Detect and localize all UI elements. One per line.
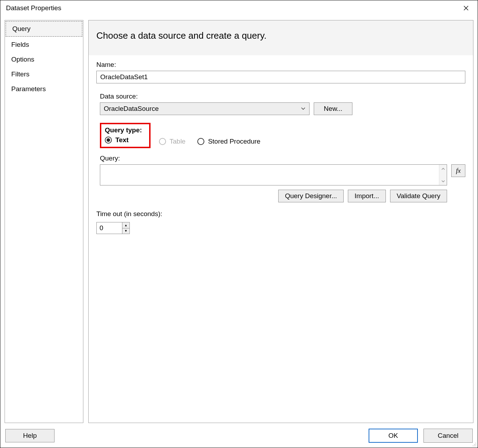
query-textarea[interactable]: [100, 165, 439, 185]
close-button[interactable]: [460, 2, 472, 14]
chevron-down-icon: [301, 106, 306, 112]
sidebar-item-label: Filters: [11, 70, 30, 78]
query-designer-button[interactable]: Query Designer...: [278, 190, 344, 202]
sidebar-item-label: Parameters: [11, 85, 46, 93]
validate-query-button[interactable]: Validate Query: [390, 190, 447, 202]
cancel-button[interactable]: Cancel: [423, 429, 473, 443]
scroll-up-icon[interactable]: [441, 166, 445, 171]
datasource-value: OracleDataSource: [104, 105, 159, 113]
spinner-down-button[interactable]: ▼: [122, 228, 129, 234]
radio-icon: [197, 138, 204, 145]
timeout-spinner[interactable]: ▲ ▼: [96, 222, 130, 234]
datasource-dropdown[interactable]: OracleDataSource: [100, 102, 310, 115]
name-label: Name:: [96, 61, 465, 69]
expression-fx-button[interactable]: fx: [451, 164, 465, 177]
resize-grip-icon[interactable]: [472, 442, 477, 447]
scroll-down-icon[interactable]: [441, 178, 445, 184]
radio-stored-procedure[interactable]: Stored Procedure: [197, 138, 260, 145]
sidebar-item-label: Options: [11, 56, 34, 63]
svg-point-7: [476, 446, 476, 446]
radio-icon: [105, 137, 112, 144]
sidebar: Query Fields Options Filters Parameters: [5, 20, 83, 423]
sidebar-item-options[interactable]: Options: [5, 52, 83, 67]
radio-label-text: Text: [115, 136, 129, 144]
sidebar-item-filters[interactable]: Filters: [5, 67, 83, 82]
help-button[interactable]: Help: [5, 429, 55, 442]
radio-label-stored-procedure: Stored Procedure: [208, 138, 260, 145]
radio-table: Table: [159, 138, 185, 145]
sidebar-item-label: Fields: [11, 41, 29, 48]
import-button[interactable]: Import...: [348, 190, 386, 202]
sidebar-item-fields[interactable]: Fields: [5, 37, 83, 52]
radio-text[interactable]: Text: [105, 136, 146, 144]
timeout-input[interactable]: [97, 223, 122, 233]
name-input[interactable]: [96, 71, 465, 83]
sidebar-item-label: Query: [12, 25, 31, 32]
sidebar-item-query[interactable]: Query: [6, 21, 82, 37]
page-heading: Choose a data source and create a query.: [89, 20, 473, 55]
svg-point-4: [476, 444, 476, 445]
scrollbar[interactable]: [439, 165, 447, 185]
timeout-label: Time out (in seconds):: [96, 210, 465, 218]
datasource-label: Data source:: [100, 93, 465, 100]
fx-icon: fx: [456, 167, 461, 175]
dialog-title: Dataset Properties: [6, 4, 61, 12]
svg-point-2: [476, 443, 476, 443]
svg-point-5: [473, 446, 473, 446]
sidebar-item-parameters[interactable]: Parameters: [5, 82, 83, 96]
ok-button[interactable]: OK: [369, 429, 418, 443]
main-panel: Choose a data source and create a query.…: [88, 20, 473, 423]
svg-point-6: [474, 446, 475, 446]
query-type-label: Query type:: [105, 126, 146, 134]
new-datasource-button[interactable]: New...: [314, 102, 352, 115]
radio-icon: [159, 138, 166, 145]
query-label: Query:: [100, 154, 465, 162]
spinner-up-button[interactable]: ▲: [122, 222, 129, 228]
close-icon: [464, 6, 469, 11]
svg-point-3: [474, 444, 475, 445]
radio-label-table: Table: [170, 138, 185, 145]
